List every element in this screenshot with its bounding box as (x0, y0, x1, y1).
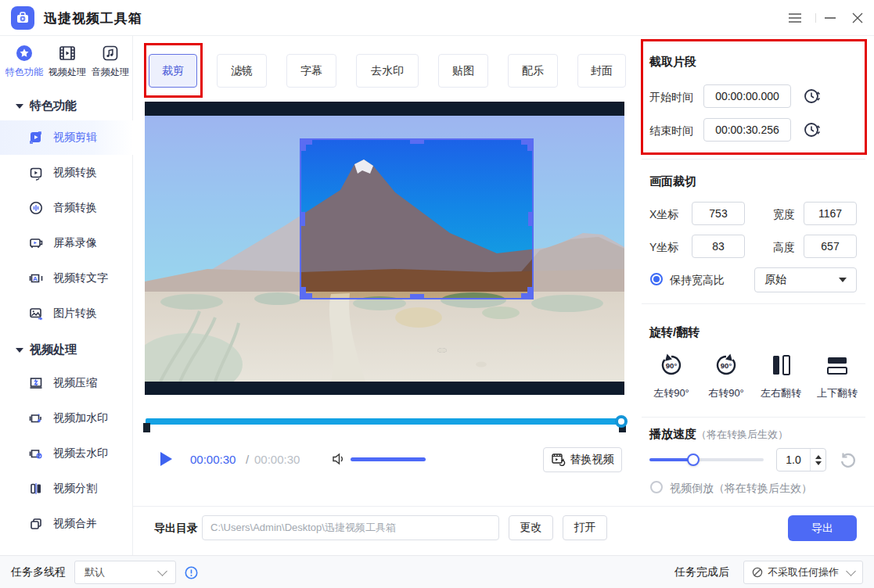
tab-music[interactable]: 配乐 (508, 54, 558, 88)
step-up-icon[interactable] (815, 455, 822, 459)
video-preview[interactable] (145, 102, 624, 395)
volume-slider[interactable] (351, 457, 426, 461)
chevron-down-icon (846, 566, 856, 576)
video-image (145, 116, 624, 382)
sidebar-item-video-watermark-remove[interactable]: 视频去水印 (0, 436, 133, 471)
sidebar-item-video-watermark-add[interactable]: 视频加水印 (0, 401, 133, 436)
step-down-icon[interactable] (815, 461, 822, 465)
flip-horizontal-label: 左右翻转 (756, 386, 806, 400)
timeline-slider[interactable] (146, 418, 623, 425)
crop-handle[interactable] (410, 294, 424, 298)
flip-vertical-button[interactable]: 上下翻转 (812, 352, 862, 400)
sidebar-item-video-to-text[interactable]: A 视频转文字 (0, 261, 133, 296)
bottom-bar: 任务多线程 默认 任务完成后 不采取任何操作 (0, 555, 874, 588)
rotate-left-button[interactable]: 90° 左转90° (646, 352, 696, 400)
speed-slider-thumb[interactable] (687, 454, 700, 466)
replace-video-label: 替换视频 (570, 453, 614, 467)
reverse-video-radio[interactable] (650, 481, 663, 493)
keep-aspect-radio[interactable] (650, 273, 663, 285)
sidebar-item-screen-record[interactable]: 屏幕录像 (0, 226, 133, 260)
sidebar-item-video-cut[interactable]: 视频剪辑 (0, 120, 133, 155)
thread-label: 任务多线程 (11, 565, 66, 579)
info-icon[interactable] (185, 566, 198, 583)
change-dir-button[interactable]: 更改 (509, 515, 553, 540)
start-time-input[interactable]: 00:00:00.000 (703, 84, 791, 108)
replace-video-button[interactable]: 替换视频 (543, 447, 622, 472)
crop-handle[interactable] (301, 287, 306, 298)
crop-handle[interactable] (527, 140, 532, 151)
width-label: 宽度 (773, 208, 795, 222)
after-task-value: 不采取任何操作 (768, 565, 839, 579)
crop-handle[interactable] (527, 287, 532, 298)
export-path-input[interactable] (202, 515, 499, 540)
film-icon (46, 43, 88, 63)
sidebar-item-label: 视频转文字 (53, 271, 108, 285)
aspect-ratio-select[interactable]: 原始 (754, 267, 857, 292)
speed-stepper-arrows[interactable] (810, 449, 825, 471)
tab-remove-watermark[interactable]: 去水印 (356, 54, 419, 88)
section-label: 视频处理 (30, 342, 77, 357)
export-dir-label: 导出目录 (154, 522, 198, 536)
export-button[interactable]: 导出 (788, 515, 857, 541)
sidebar-item-video-compress[interactable]: 视频压缩 (0, 366, 133, 400)
category-tab-audio[interactable]: 音频处理 (89, 43, 131, 79)
trim-handle-start[interactable] (143, 423, 150, 432)
thread-select[interactable]: 默认 (74, 561, 176, 584)
crop-handle[interactable] (528, 212, 532, 226)
tab-label: 封面 (591, 64, 613, 78)
thread-value: 默认 (85, 565, 105, 579)
volume-icon[interactable] (332, 452, 346, 469)
rotate-right-icon: 90° (713, 352, 739, 378)
speed-value: 1.0 (777, 454, 810, 466)
crop-selection[interactable] (300, 138, 534, 299)
close-icon[interactable] (849, 10, 866, 26)
tab-sticker[interactable]: 贴图 (438, 54, 488, 88)
tab-crop[interactable]: 裁剪 (149, 54, 197, 88)
tab-subtitle[interactable]: 字幕 (286, 54, 336, 88)
sidebar-item-video-split[interactable]: 视频分割 (0, 471, 133, 506)
y-input[interactable]: 83 (692, 235, 745, 258)
sidebar-item-audio-convert[interactable]: 音频转换 (0, 191, 133, 225)
rotate-right-button[interactable]: 90° 右转90° (701, 352, 751, 400)
crop-handle[interactable] (410, 140, 424, 144)
sidebar-item-image-convert[interactable]: 图片转换 (0, 296, 133, 331)
sidebar-item-video-convert[interactable]: 视频转换 (0, 156, 133, 190)
play-button[interactable] (160, 452, 172, 466)
sidebar-item-label: 视频分割 (53, 482, 97, 496)
open-dir-label: 打开 (574, 521, 596, 535)
video-cut-icon (28, 130, 44, 145)
speed-reset-button[interactable] (839, 451, 856, 471)
speed-stepper[interactable]: 1.0 (776, 448, 826, 471)
end-time-clock-icon[interactable] (803, 120, 822, 142)
end-time-input[interactable]: 00:00:30.256 (703, 118, 791, 142)
sidebar-section-features[interactable]: 特色功能 (16, 99, 77, 113)
sidebar-item-label: 视频去水印 (53, 446, 108, 461)
open-dir-button[interactable]: 打开 (563, 515, 607, 540)
video-convert-icon (28, 165, 44, 181)
app-title: 迅捷视频工具箱 (44, 9, 142, 27)
video-to-text-icon: A (28, 271, 44, 286)
height-input[interactable]: 657 (804, 235, 857, 258)
width-input[interactable]: 1167 (804, 202, 857, 225)
category-label: 音频处理 (89, 66, 131, 79)
after-task-select[interactable]: 不采取任何操作 (743, 561, 863, 584)
menu-icon[interactable] (786, 10, 804, 26)
watermark-add-icon (28, 411, 44, 426)
crop-handle[interactable] (301, 212, 305, 226)
tab-cover[interactable]: 封面 (577, 54, 626, 88)
minimize-icon[interactable] (822, 10, 839, 26)
video-compress-icon (28, 375, 44, 391)
timeline-thumb[interactable] (615, 415, 628, 428)
x-input[interactable]: 753 (692, 202, 745, 225)
start-time-clock-icon[interactable] (803, 87, 822, 109)
category-tab-features[interactable]: 特色功能 (3, 43, 45, 79)
sidebar-item-video-merge[interactable]: 视频合并 (0, 507, 133, 541)
keep-aspect-label: 保持宽高比 (670, 274, 725, 288)
total-time: 00:00:30 (254, 453, 300, 466)
flip-vertical-label: 上下翻转 (812, 386, 862, 400)
sidebar-section-video-processing[interactable]: 视频处理 (16, 342, 77, 357)
tab-filter[interactable]: 滤镜 (217, 54, 267, 88)
flip-horizontal-button[interactable]: 左右翻转 (756, 352, 806, 400)
category-tab-video[interactable]: 视频处理 (46, 43, 88, 79)
crop-handle[interactable] (301, 140, 306, 151)
